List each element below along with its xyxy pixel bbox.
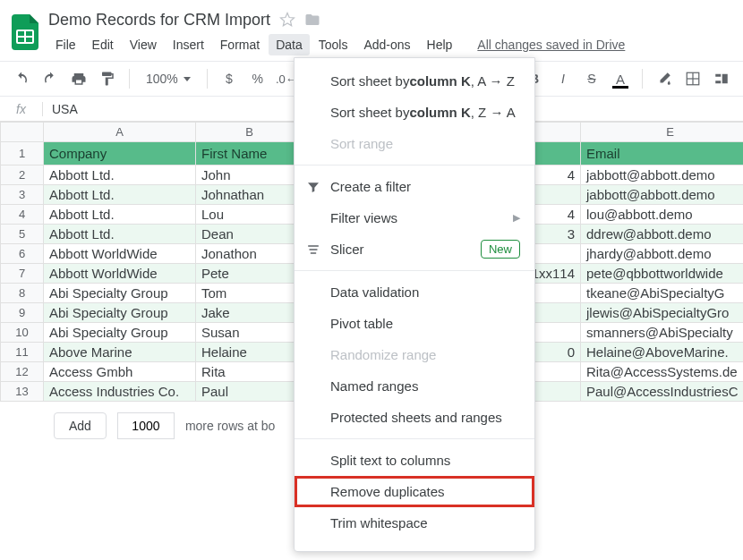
fill-color-button[interactable]	[652, 66, 677, 91]
header-cell[interactable]: Email	[581, 142, 744, 165]
menu-view[interactable]: View	[123, 34, 164, 55]
menu-slicer[interactable]: Slicer New	[295, 233, 534, 265]
cell[interactable]: Abbott WorldWide	[44, 244, 196, 264]
cell[interactable]: Rita	[196, 362, 303, 382]
cell[interactable]: Pete	[196, 264, 303, 284]
menu-sort-za[interactable]: Sort sheet by column K, Z → A	[295, 97, 534, 128]
menu-create-filter[interactable]: Create a filter	[295, 171, 534, 202]
column-header-A[interactable]: A	[44, 123, 196, 142]
header-cell[interactable]: Company	[44, 142, 196, 165]
cell[interactable]: Rita@AccessSystems.de	[581, 362, 744, 382]
menu-insert[interactable]: Insert	[166, 34, 211, 55]
row-number[interactable]: 11	[1, 343, 44, 362]
folder-icon[interactable]	[304, 12, 320, 28]
cell[interactable]: ddrew@abbott.demo	[581, 225, 744, 244]
cell[interactable]: Helaine@AboveMarine.	[581, 343, 744, 362]
add-rows-button[interactable]: Add	[54, 412, 107, 439]
cell[interactable]: Abi Specialty Group	[44, 284, 196, 303]
cell[interactable]: jabbott@abbott.demo	[581, 165, 744, 185]
cell[interactable]: Abbott WorldWide	[44, 264, 196, 284]
menu-filter-views[interactable]: Filter views ▶	[295, 202, 534, 233]
strike-button[interactable]: S	[579, 66, 604, 91]
row-number[interactable]: 13	[1, 382, 44, 402]
menu-tools[interactable]: Tools	[312, 34, 355, 55]
menu-sort-az[interactable]: Sort sheet by column K, A → Z	[295, 65, 534, 97]
doc-title[interactable]: Demo Records for CRM Import	[48, 11, 270, 30]
cell[interactable]: Abbott Ltd.	[44, 205, 196, 225]
cell[interactable]: Abi Specialty Group	[44, 323, 196, 343]
cell[interactable]: Susan	[196, 323, 303, 343]
cell[interactable]: Dean	[196, 225, 303, 244]
rows-count-input[interactable]	[117, 412, 175, 439]
menu-data[interactable]: Data	[269, 34, 310, 55]
print-button[interactable]	[66, 66, 91, 91]
menu-edit[interactable]: Edit	[85, 34, 121, 55]
italic-button[interactable]: I	[551, 66, 576, 91]
cell[interactable]: Above Marine	[44, 343, 196, 362]
text-color-button[interactable]: A	[608, 66, 633, 91]
cell[interactable]: John	[196, 165, 303, 185]
row-number[interactable]: 2	[1, 165, 44, 185]
menu-split-text[interactable]: Split text to columns	[295, 445, 534, 476]
cell[interactable]: jabbott@abbott.demo	[581, 185, 744, 205]
cell[interactable]: Access Gmbh	[44, 362, 196, 382]
column-header-B[interactable]: B	[196, 123, 303, 142]
undo-button[interactable]	[9, 66, 34, 91]
menu-bar: File Edit View Insert Format Data Tools …	[48, 34, 736, 55]
row-number[interactable]: 1	[1, 142, 44, 165]
cell[interactable]: jlewis@AbiSpecialtyGro	[581, 303, 744, 323]
save-status[interactable]: All changes saved in Drive	[477, 34, 625, 55]
cell[interactable]: Abbott Ltd.	[44, 225, 196, 244]
cell[interactable]: Paul@AccessIndustriesC	[581, 382, 744, 402]
row-number[interactable]: 10	[1, 323, 44, 343]
row-number[interactable]: 8	[1, 284, 44, 303]
cell[interactable]: Helaine	[196, 343, 303, 362]
cell[interactable]: pete@qbbottworldwide	[581, 264, 744, 284]
select-all-corner[interactable]	[1, 123, 44, 142]
menu-file[interactable]: File	[48, 34, 83, 55]
cell[interactable]: Tom	[196, 284, 303, 303]
cell[interactable]: Abbott Ltd.	[44, 165, 196, 185]
cell[interactable]: Johnathan	[196, 185, 303, 205]
row-number[interactable]: 5	[1, 225, 44, 244]
cell[interactable]: tkeane@AbiSpecialtyG	[581, 284, 744, 303]
column-header-E[interactable]: E	[581, 123, 744, 142]
cell[interactable]: Jonathon	[196, 244, 303, 264]
new-badge: New	[481, 240, 520, 259]
redo-button[interactable]	[38, 66, 63, 91]
sheets-logo[interactable]	[7, 7, 43, 57]
star-icon[interactable]	[279, 12, 295, 28]
currency-button[interactable]: $	[217, 66, 242, 91]
cell[interactable]: jhardy@abbott.demo	[581, 244, 744, 264]
menu-named-ranges[interactable]: Named ranges	[295, 370, 534, 402]
zoom-select[interactable]: 100%	[139, 66, 198, 91]
cell[interactable]: Lou	[196, 205, 303, 225]
menu-addons[interactable]: Add-ons	[356, 34, 417, 55]
row-number[interactable]: 6	[1, 244, 44, 264]
merge-button[interactable]	[709, 66, 734, 91]
cell[interactable]: lou@abbott.demo	[581, 205, 744, 225]
row-number[interactable]: 12	[1, 362, 44, 382]
borders-button[interactable]	[680, 66, 705, 91]
menu-protected-sheets[interactable]: Protected sheets and ranges	[295, 402, 534, 433]
paint-format-button[interactable]	[95, 66, 120, 91]
formula-value[interactable]: USA	[43, 102, 78, 116]
cell[interactable]: Abbott Ltd.	[44, 185, 196, 205]
row-number[interactable]: 7	[1, 264, 44, 284]
row-number[interactable]: 4	[1, 205, 44, 225]
cell[interactable]: Abi Specialty Group	[44, 303, 196, 323]
row-number[interactable]: 3	[1, 185, 44, 205]
header-cell[interactable]: First Name	[196, 142, 303, 165]
cell[interactable]: Paul	[196, 382, 303, 402]
menu-trim-whitespace[interactable]: Trim whitespace	[295, 507, 534, 539]
percent-button[interactable]: %	[245, 66, 270, 91]
menu-pivot-table[interactable]: Pivot table	[295, 308, 534, 339]
cell[interactable]: Jake	[196, 303, 303, 323]
menu-remove-duplicates[interactable]: Remove duplicates	[295, 476, 534, 507]
cell[interactable]: Access Industries Co.	[44, 382, 196, 402]
menu-format[interactable]: Format	[213, 34, 267, 55]
menu-help[interactable]: Help	[420, 34, 460, 55]
menu-data-validation[interactable]: Data validation	[295, 276, 534, 308]
cell[interactable]: smanners@AbiSpecialty	[581, 323, 744, 343]
row-number[interactable]: 9	[1, 303, 44, 323]
